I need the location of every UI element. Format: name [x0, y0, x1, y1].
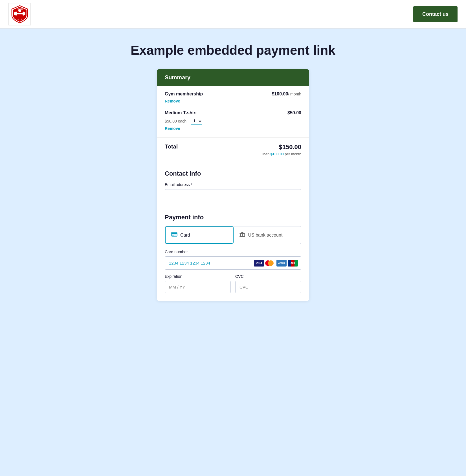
item-row-gym: Gym membership $100.00/ month	[165, 91, 301, 97]
svg-rect-15	[242, 234, 243, 236]
email-field-group: Email address *	[165, 182, 301, 201]
tab-card[interactable]: Card	[165, 226, 234, 244]
svg-rect-10	[172, 232, 177, 236]
svg-text:FITNESS: FITNESS	[17, 8, 23, 10]
visa-icon: VISA	[254, 260, 264, 267]
card-input-wrapper: VISA AMEX JCB	[165, 256, 301, 270]
svg-text:★: ★	[17, 18, 19, 20]
card-brand-icons: VISA AMEX JCB	[254, 260, 298, 267]
card-number-label: Card number	[165, 250, 301, 254]
svg-rect-16	[244, 234, 245, 236]
site-header: ★ ★ FITNESS LOGO Contact us	[0, 0, 466, 29]
cvv-field-group: CVC	[235, 274, 301, 293]
svg-rect-0	[16, 13, 23, 14]
item-name-gym: Gym membership	[165, 91, 203, 97]
email-input[interactable]	[165, 189, 301, 201]
page-title: Example embedded payment link	[131, 43, 335, 58]
svg-marker-13	[239, 232, 245, 234]
total-section: Total $150.00 Then $100.00 per month	[157, 138, 309, 163]
payment-info-section: Payment info Card	[157, 208, 309, 301]
total-row: Total $150.00 Then $100.00 per month	[165, 143, 301, 156]
payment-info-title: Payment info	[165, 214, 301, 221]
summary-header: Summary	[157, 69, 309, 86]
item-price-tshirt: $50.00	[287, 110, 301, 115]
svg-rect-11	[172, 233, 177, 234]
svg-rect-14	[240, 234, 241, 236]
expiry-input[interactable]	[165, 281, 231, 293]
expiry-cvv-row: Expiration CVC	[165, 274, 301, 293]
each-price-tshirt: $50.00 each	[165, 119, 186, 123]
tab-card-label: Card	[180, 233, 190, 238]
main-content: Example embedded payment link Summary Gy…	[0, 29, 466, 335]
expiry-label: Expiration	[165, 274, 231, 279]
svg-rect-17	[239, 236, 245, 237]
svg-rect-12	[172, 235, 174, 235]
card-icon	[171, 232, 177, 238]
summary-body: Gym membership $100.00/ month Remove Med…	[157, 86, 309, 138]
contact-info-title: Contact info	[165, 170, 301, 177]
expiry-field-group: Expiration	[165, 274, 231, 293]
amex-icon: AMEX	[276, 260, 287, 267]
remove-link-gym[interactable]: Remove	[165, 99, 301, 103]
divider-1	[165, 107, 301, 107]
contact-us-button[interactable]: Contact us	[413, 6, 458, 22]
total-sub: Then $100.00 per month	[261, 152, 301, 156]
quantity-row-tshirt: $50.00 each 1 2 3	[165, 118, 301, 125]
total-amount: $150.00	[261, 143, 301, 151]
svg-rect-3	[14, 12, 16, 15]
cvv-input[interactable]	[235, 281, 301, 293]
cvv-label: CVC	[235, 274, 301, 279]
tab-bank[interactable]: US bank account	[234, 226, 301, 244]
remove-link-tshirt[interactable]: Remove	[165, 126, 301, 131]
item-price-gym: $100.00/ month	[272, 91, 301, 97]
card-number-field-group: Card number VISA AMEX JCB	[165, 250, 301, 270]
logo-svg: ★ ★ FITNESS LOGO	[11, 5, 28, 23]
total-label: Total	[165, 143, 178, 150]
bank-icon	[239, 232, 245, 239]
quantity-select-tshirt[interactable]: 1 2 3	[191, 118, 202, 125]
svg-text:★: ★	[21, 18, 23, 20]
jcb-icon: JCB	[288, 260, 298, 267]
svg-rect-4	[24, 12, 25, 15]
svg-text:LOGO: LOGO	[18, 10, 21, 12]
item-row-tshirt: Medium T-shirt $50.00	[165, 110, 301, 115]
email-label: Email address *	[165, 182, 301, 187]
item-name-tshirt: Medium T-shirt	[165, 110, 197, 115]
logo: ★ ★ FITNESS LOGO	[8, 3, 31, 25]
payment-tabs: Card US bank account	[165, 226, 301, 244]
contact-info-section: Contact info Email address *	[157, 163, 309, 208]
payment-card: Summary Gym membership $100.00/ month Re…	[157, 69, 309, 301]
tab-bank-label: US bank account	[248, 233, 283, 238]
mastercard-icon	[265, 260, 275, 267]
